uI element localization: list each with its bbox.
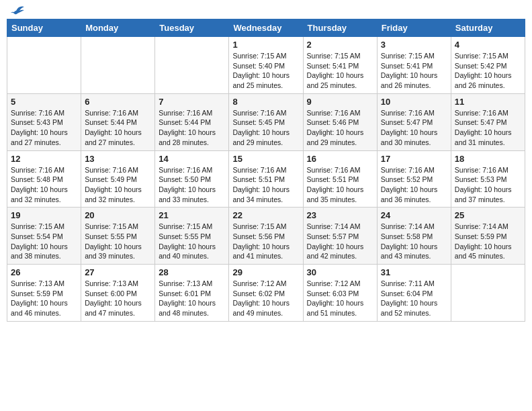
- calendar-header-row: SundayMondayTuesdayWednesdayThursdayFrid…: [7, 19, 525, 37]
- calendar-week-5: 26Sunrise: 7:13 AM Sunset: 5:59 PM Dayli…: [7, 265, 525, 322]
- calendar-cell: 28Sunrise: 7:13 AM Sunset: 6:01 PM Dayli…: [155, 265, 229, 322]
- day-number: 20: [85, 210, 151, 220]
- day-info: Sunrise: 7:15 AM Sunset: 5:54 PM Dayligh…: [11, 222, 77, 261]
- day-number: 17: [381, 154, 447, 164]
- day-number: 15: [232, 154, 299, 164]
- day-number: 29: [232, 267, 299, 277]
- calendar-week-3: 12Sunrise: 7:16 AM Sunset: 5:48 PM Dayli…: [7, 150, 525, 208]
- day-number: 24: [381, 210, 447, 220]
- day-header-sunday: Sunday: [7, 19, 81, 37]
- day-number: 3: [381, 40, 447, 50]
- calendar-cell: [81, 37, 155, 94]
- day-info: Sunrise: 7:15 AM Sunset: 5:56 PM Dayligh…: [232, 222, 299, 261]
- day-info: Sunrise: 7:16 AM Sunset: 5:48 PM Dayligh…: [11, 165, 77, 205]
- calendar-cell: 31Sunrise: 7:11 AM Sunset: 6:04 PM Dayli…: [377, 265, 451, 322]
- logo: [9, 7, 26, 13]
- calendar-cell: 13Sunrise: 7:16 AM Sunset: 5:49 PM Dayli…: [81, 150, 155, 208]
- day-info: Sunrise: 7:16 AM Sunset: 5:53 PM Dayligh…: [455, 165, 521, 205]
- day-info: Sunrise: 7:13 AM Sunset: 5:59 PM Dayligh…: [11, 279, 77, 318]
- day-info: Sunrise: 7:16 AM Sunset: 5:50 PM Dayligh…: [159, 165, 225, 205]
- day-number: 13: [85, 154, 151, 164]
- day-info: Sunrise: 7:14 AM Sunset: 5:59 PM Dayligh…: [455, 222, 521, 261]
- day-number: 18: [455, 154, 521, 164]
- day-header-thursday: Thursday: [303, 19, 377, 37]
- calendar-cell: 19Sunrise: 7:15 AM Sunset: 5:54 PM Dayli…: [7, 208, 81, 265]
- day-number: 4: [455, 40, 521, 50]
- day-info: Sunrise: 7:16 AM Sunset: 5:49 PM Dayligh…: [85, 165, 151, 205]
- day-number: 1: [232, 40, 299, 50]
- calendar-cell: 29Sunrise: 7:12 AM Sunset: 6:02 PM Dayli…: [229, 265, 303, 322]
- calendar-cell: 11Sunrise: 7:16 AM Sunset: 5:47 PM Dayli…: [451, 93, 525, 150]
- calendar-cell: 24Sunrise: 7:14 AM Sunset: 5:58 PM Dayli…: [377, 208, 451, 265]
- calendar-cell: 4Sunrise: 7:15 AM Sunset: 5:42 PM Daylig…: [451, 37, 525, 94]
- day-info: Sunrise: 7:16 AM Sunset: 5:47 PM Dayligh…: [381, 108, 447, 148]
- day-info: Sunrise: 7:16 AM Sunset: 5:46 PM Dayligh…: [307, 108, 373, 148]
- day-header-friday: Friday: [377, 19, 451, 37]
- calendar-cell: [7, 37, 81, 94]
- day-number: 9: [307, 97, 373, 107]
- day-info: Sunrise: 7:16 AM Sunset: 5:47 PM Dayligh…: [455, 108, 521, 148]
- day-info: Sunrise: 7:16 AM Sunset: 5:51 PM Dayligh…: [232, 165, 299, 205]
- day-number: 14: [159, 154, 225, 164]
- calendar-week-2: 5Sunrise: 7:16 AM Sunset: 5:43 PM Daylig…: [7, 93, 525, 150]
- calendar-cell: 22Sunrise: 7:15 AM Sunset: 5:56 PM Dayli…: [229, 208, 303, 265]
- day-number: 21: [159, 210, 225, 220]
- day-header-wednesday: Wednesday: [229, 19, 303, 37]
- calendar-cell: 12Sunrise: 7:16 AM Sunset: 5:48 PM Dayli…: [7, 150, 81, 208]
- calendar-cell: 1Sunrise: 7:15 AM Sunset: 5:40 PM Daylig…: [229, 37, 303, 94]
- day-info: Sunrise: 7:16 AM Sunset: 5:51 PM Dayligh…: [307, 165, 373, 205]
- calendar-cell: 7Sunrise: 7:16 AM Sunset: 5:44 PM Daylig…: [155, 93, 229, 150]
- day-number: 19: [11, 210, 77, 220]
- calendar-cell: 2Sunrise: 7:15 AM Sunset: 5:41 PM Daylig…: [303, 37, 377, 94]
- calendar-cell: 16Sunrise: 7:16 AM Sunset: 5:51 PM Dayli…: [303, 150, 377, 208]
- day-info: Sunrise: 7:16 AM Sunset: 5:45 PM Dayligh…: [232, 108, 299, 148]
- day-info: Sunrise: 7:13 AM Sunset: 6:01 PM Dayligh…: [159, 279, 225, 318]
- calendar-cell: 8Sunrise: 7:16 AM Sunset: 5:45 PM Daylig…: [229, 93, 303, 150]
- calendar-cell: 14Sunrise: 7:16 AM Sunset: 5:50 PM Dayli…: [155, 150, 229, 208]
- calendar-cell: 3Sunrise: 7:15 AM Sunset: 5:41 PM Daylig…: [377, 37, 451, 94]
- day-info: Sunrise: 7:13 AM Sunset: 6:00 PM Dayligh…: [85, 279, 151, 318]
- calendar-cell: 6Sunrise: 7:16 AM Sunset: 5:44 PM Daylig…: [81, 93, 155, 150]
- calendar-cell: 10Sunrise: 7:16 AM Sunset: 5:47 PM Dayli…: [377, 93, 451, 150]
- calendar-cell: 5Sunrise: 7:16 AM Sunset: 5:43 PM Daylig…: [7, 93, 81, 150]
- calendar-cell: [451, 265, 525, 322]
- day-number: 30: [307, 267, 373, 277]
- day-number: 7: [159, 97, 225, 107]
- logo-bird-icon: [11, 4, 26, 16]
- calendar-cell: 26Sunrise: 7:13 AM Sunset: 5:59 PM Dayli…: [7, 265, 81, 322]
- day-number: 23: [307, 210, 373, 220]
- day-number: 5: [11, 97, 77, 107]
- calendar-cell: 17Sunrise: 7:16 AM Sunset: 5:52 PM Dayli…: [377, 150, 451, 208]
- day-info: Sunrise: 7:15 AM Sunset: 5:55 PM Dayligh…: [159, 222, 225, 261]
- day-number: 6: [85, 97, 151, 107]
- day-number: 10: [381, 97, 447, 107]
- calendar-cell: 15Sunrise: 7:16 AM Sunset: 5:51 PM Dayli…: [229, 150, 303, 208]
- page-header: [7, 7, 525, 13]
- day-info: Sunrise: 7:14 AM Sunset: 5:57 PM Dayligh…: [307, 222, 373, 261]
- day-number: 16: [307, 154, 373, 164]
- day-info: Sunrise: 7:15 AM Sunset: 5:41 PM Dayligh…: [307, 51, 373, 91]
- calendar-cell: 21Sunrise: 7:15 AM Sunset: 5:55 PM Dayli…: [155, 208, 229, 265]
- day-info: Sunrise: 7:11 AM Sunset: 6:04 PM Dayligh…: [381, 279, 447, 318]
- day-info: Sunrise: 7:12 AM Sunset: 6:02 PM Dayligh…: [232, 279, 299, 318]
- day-info: Sunrise: 7:15 AM Sunset: 5:55 PM Dayligh…: [85, 222, 151, 261]
- calendar-cell: 25Sunrise: 7:14 AM Sunset: 5:59 PM Dayli…: [451, 208, 525, 265]
- day-info: Sunrise: 7:14 AM Sunset: 5:58 PM Dayligh…: [381, 222, 447, 261]
- day-info: Sunrise: 7:15 AM Sunset: 5:42 PM Dayligh…: [455, 51, 521, 91]
- day-number: 25: [455, 210, 521, 220]
- calendar-cell: 18Sunrise: 7:16 AM Sunset: 5:53 PM Dayli…: [451, 150, 525, 208]
- day-info: Sunrise: 7:16 AM Sunset: 5:44 PM Dayligh…: [159, 108, 225, 148]
- day-number: 28: [159, 267, 225, 277]
- day-info: Sunrise: 7:16 AM Sunset: 5:43 PM Dayligh…: [11, 108, 77, 148]
- day-info: Sunrise: 7:15 AM Sunset: 5:40 PM Dayligh…: [232, 51, 299, 91]
- calendar-cell: 20Sunrise: 7:15 AM Sunset: 5:55 PM Dayli…: [81, 208, 155, 265]
- calendar-cell: [155, 37, 229, 94]
- calendar-week-1: 1Sunrise: 7:15 AM Sunset: 5:40 PM Daylig…: [7, 37, 525, 94]
- day-number: 31: [381, 267, 447, 277]
- day-number: 27: [85, 267, 151, 277]
- calendar-cell: 27Sunrise: 7:13 AM Sunset: 6:00 PM Dayli…: [81, 265, 155, 322]
- day-header-saturday: Saturday: [451, 19, 525, 37]
- day-info: Sunrise: 7:12 AM Sunset: 6:03 PM Dayligh…: [307, 279, 373, 318]
- day-info: Sunrise: 7:16 AM Sunset: 5:52 PM Dayligh…: [381, 165, 447, 205]
- day-info: Sunrise: 7:16 AM Sunset: 5:44 PM Dayligh…: [85, 108, 151, 148]
